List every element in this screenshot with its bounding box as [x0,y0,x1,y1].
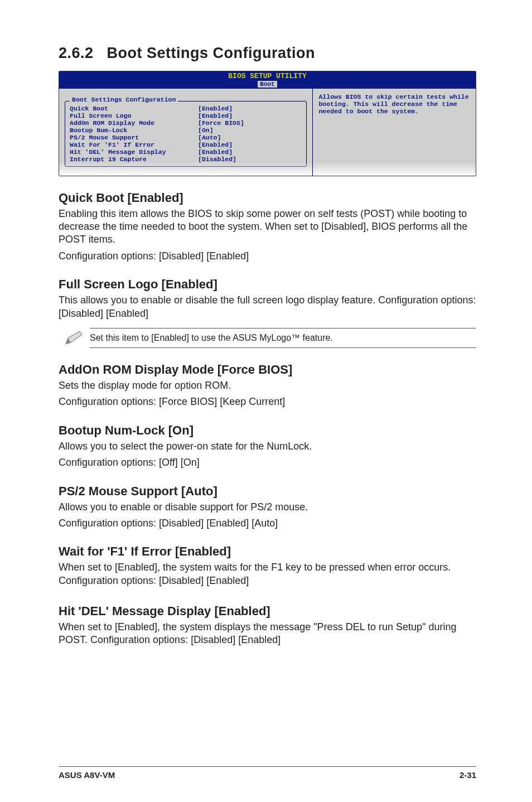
f1-desc: When set to [Enabled], the system waits … [59,561,476,587]
bios-setting-label: PS/2 Mouse Support [70,134,198,141]
bios-setting-label: Quick Boot [70,105,198,112]
note-text: Set this item to [Enabled] to use the AS… [90,328,476,348]
bios-setting-value: [Enabled] [198,105,302,112]
full-screen-desc: This allows you to enable or disable the… [59,294,476,320]
section-title: 2.6.2 Boot Settings Configuration [59,45,476,62]
bios-utility-title: BIOS SETUP UTILITY [59,73,476,80]
bios-tab-boot: Boot [258,81,277,88]
note-block: Set this item to [Enabled] to use the AS… [59,328,476,348]
section-number: 2.6.2 [59,45,94,61]
addon-rom-desc: Sets the display mode for option ROM. [59,379,476,392]
bios-help-text: Allows BIOS to skip certain tests while … [318,93,470,115]
bios-setting-label: AddOn ROM Display Mode [70,119,198,127]
bios-row: Bootup Num-Lock[On] [70,127,302,134]
del-desc: When set to [Enabled], the system displa… [59,621,476,647]
bios-row: PS/2 Mouse Support[Auto] [70,134,302,141]
bios-row: Hit 'DEL' Message Display[Enabled] [70,148,302,156]
ps2-heading: PS/2 Mouse Support [Auto] [59,484,476,499]
addon-rom-options: Configuration options: [Force BIOS] [Kee… [59,395,476,408]
full-screen-heading: Full Screen Logo [Enabled] [59,277,476,292]
bios-setting-value: [Enabled] [198,112,302,119]
footer-page: 2-31 [460,770,476,780]
quick-boot-options: Configuration options: [Disabled] [Enabl… [59,250,476,263]
bios-setting-value: [Disabled] [198,156,302,163]
bios-screenshot: BIOS SETUP UTILITY Boot Boot Settings Co… [59,71,476,176]
bios-setting-value: [Enabled] [198,148,302,156]
bios-row: Wait For 'F1' If Error[Enabled] [70,141,302,148]
bios-setting-label: Full Screen Logo [70,112,198,119]
bios-setting-label: Bootup Num-Lock [70,127,198,134]
ps2-desc: Allows you to enable or disable support … [59,501,476,514]
page-footer: ASUS A8V-VM 2-31 [59,766,476,780]
bios-setting-label: Hit 'DEL' Message Display [70,148,198,156]
footer-model: ASUS A8V-VM [59,770,115,780]
bios-setting-value: [Enabled] [198,141,302,148]
bios-row: AddOn ROM Display Mode[Force BIOS] [70,119,302,127]
ps2-options: Configuration options: [Disabled] [Enabl… [59,517,476,530]
bios-setting-label: Interrupt 19 Capture [70,156,198,163]
bios-setting-value: [On] [198,127,302,134]
del-heading: Hit 'DEL' Message Display [Enabled] [59,604,476,619]
bios-header: BIOS SETUP UTILITY Boot [59,71,476,89]
bios-setting-label: Wait For 'F1' If Error [70,141,198,148]
bios-setting-value: [Force BIOS] [198,119,302,127]
bios-row: Quick Boot[Enabled] [70,105,302,112]
f1-heading: Wait for 'F1' If Error [Enabled] [59,544,476,559]
addon-rom-heading: AddOn ROM Display Mode [Force BIOS] [59,363,476,377]
numlock-options: Configuration options: [Off] [On] [59,456,476,469]
bios-box-title: Boot Settings Configuration [70,96,178,103]
section-name: Boot Settings Configuration [107,45,315,61]
quick-boot-desc: Enabling this item allows the BIOS to sk… [59,207,476,247]
bios-setting-value: [Auto] [198,134,302,141]
bios-row: Interrupt 19 Capture[Disabled] [70,156,302,163]
numlock-desc: Allows you to select the power-on state … [59,440,476,453]
numlock-heading: Bootup Num-Lock [On] [59,423,476,438]
bios-row: Full Screen Logo[Enabled] [70,112,302,119]
quick-boot-heading: Quick Boot [Enabled] [59,191,476,205]
pencil-icon [59,330,90,346]
